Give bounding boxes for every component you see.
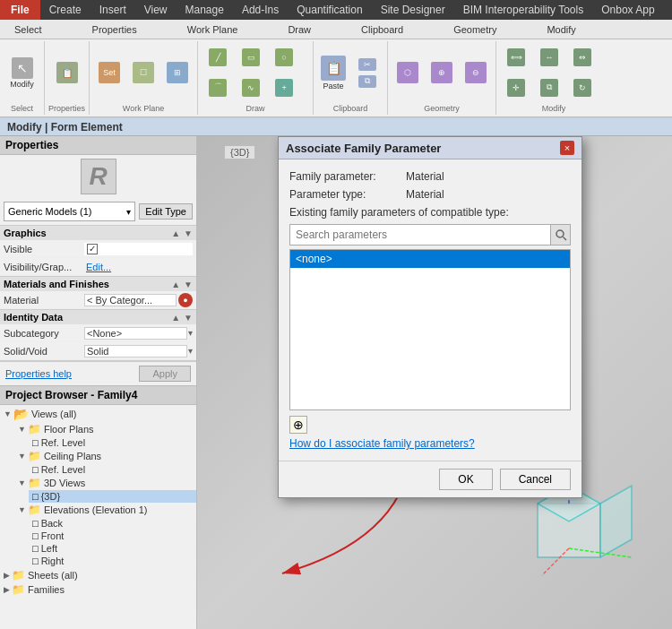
tree-floorplans-row[interactable]: ▼ 📁 Floor Plans (14, 422, 196, 436)
materials-section-header[interactable]: Materials and Finishes ▲ ▼ (0, 277, 196, 291)
show-workplane-btn[interactable]: ☐ (127, 60, 159, 85)
mod-move-btn[interactable]: ✛ (500, 77, 532, 99)
properties-icon: 📋 (56, 62, 78, 83)
folder-open-icon: 📂 (13, 407, 29, 421)
id-expand-icon: ▼ (184, 313, 193, 323)
mod-copy-icon: ⧉ (540, 79, 558, 97)
ribbon-tab-modify[interactable]: Modify (539, 22, 582, 37)
file-menu[interactable]: File (0, 0, 40, 20)
views-children: ▼ 📁 Floor Plans □ Ref. Level ▼ 📁 (0, 422, 196, 567)
elev-right-row[interactable]: □ Right (29, 555, 196, 567)
properties-ribbon-btn[interactable]: 📋 (51, 60, 83, 85)
elev-left-row[interactable]: □ Left (29, 542, 196, 555)
paste-btn[interactable]: 📋 Paste (317, 54, 349, 92)
mod-copy-btn[interactable]: ⧉ (533, 77, 565, 99)
cp-reflevel-row[interactable]: □ Ref. Level (29, 463, 196, 476)
select-btn[interactable]: ↖ Modify (6, 56, 39, 90)
search-button[interactable] (550, 225, 570, 245)
apply-button[interactable]: Apply (139, 366, 191, 382)
menu-onbox[interactable]: Onbox App (592, 0, 663, 20)
help-link[interactable]: How do I associate family parameters? (289, 437, 475, 450)
dialog-close-button[interactable]: × (560, 141, 574, 155)
sheets-expand-icon: ▶ (4, 571, 10, 580)
geo-icon1: ⬡ (397, 62, 418, 83)
cancel-button[interactable]: Cancel (500, 469, 571, 490)
menu-bim[interactable]: BIM Interoperability Tools (454, 0, 593, 20)
draw-line-btn[interactable]: ╱ (202, 47, 234, 68)
ribbon-tab-workplane[interactable]: Work Plane (180, 22, 246, 37)
mod-mirror-btn[interactable]: ⇔ (566, 47, 599, 68)
copy-btn[interactable]: ⧉ (351, 73, 383, 90)
tree-3dviews-row[interactable]: ▼ 📁 3D Views (14, 476, 196, 490)
cut-icon: ✂ (358, 58, 376, 71)
solidvoid-value[interactable]: Solid (84, 345, 187, 358)
properties-footer: Properties help Apply (0, 361, 196, 385)
set-workplane-btn[interactable]: Set (93, 60, 125, 85)
menu-addins[interactable]: Add-Ins (233, 0, 288, 20)
type-dropdown[interactable]: Generic Models (1) ▾ (4, 202, 135, 221)
elev-back-row[interactable]: □ Back (29, 517, 196, 530)
ribbon-tab-properties[interactable]: Properties (85, 22, 144, 37)
viewer-btn[interactable]: ⊞ (161, 60, 194, 85)
material-value[interactable]: < By Categor... (84, 294, 177, 306)
visible-checkbox[interactable]: ✓ (84, 243, 193, 255)
material-associate-btn[interactable]: ● (178, 293, 193, 307)
tree-views-row[interactable]: ▼ 📂 Views (all) (0, 406, 196, 422)
param-type-row: Parameter type: Material (289, 188, 571, 201)
tree-elevations-row[interactable]: ▼ 📁 Elevations (Elevation 1) (14, 503, 196, 517)
3d-default-row[interactable]: □ {3D} (29, 490, 196, 503)
tree-sheets-row[interactable]: ▶ 📁 Sheets (all) (0, 568, 196, 582)
ribbon-tab-draw[interactable]: Draw (280, 22, 318, 37)
geo-btn1[interactable]: ⬡ (392, 60, 424, 85)
cut-btn[interactable]: ✂ (351, 56, 383, 73)
associate-icon: ● (183, 296, 187, 305)
menu-create[interactable]: Create (40, 0, 90, 20)
search-parameters-input[interactable] (290, 226, 550, 244)
draw-arc-btn[interactable]: ⌒ (202, 77, 234, 99)
new-param-icon: ⊕ (293, 418, 304, 432)
elev-front-row[interactable]: □ Front (29, 530, 196, 542)
associate-family-dialog: Associate Family Parameter × Family para… (278, 136, 582, 498)
properties-help-link[interactable]: Properties help (5, 368, 72, 379)
visibility-edit-link[interactable]: Edit... (84, 262, 193, 272)
menu-site-designer[interactable]: Site Designer (372, 0, 454, 20)
new-param-button[interactable]: ⊕ (289, 416, 307, 434)
draw-arc-icon: ⌒ (209, 79, 227, 97)
ribbon-tab-clipboard[interactable]: Clipboard (354, 22, 410, 37)
cp-children: □ Ref. Level (14, 463, 196, 476)
draw-line-icon: ╱ (209, 48, 227, 66)
workplane-group-label: Work Plane (123, 104, 164, 113)
menu-manage[interactable]: Manage (177, 0, 233, 20)
menu-view[interactable]: View (135, 0, 177, 20)
mod-rotate-btn[interactable]: ↻ (566, 77, 599, 99)
tree-ceilingplans-row[interactable]: ▼ 📁 Ceiling Plans (14, 449, 196, 463)
geo-btn3[interactable]: ⊖ (460, 60, 492, 85)
graphics-section-header[interactable]: Graphics ▲ ▼ (0, 226, 196, 240)
ok-button[interactable]: OK (439, 469, 492, 490)
draw-circ-btn[interactable]: ○ (268, 47, 300, 68)
edit-type-button[interactable]: Edit Type (139, 203, 193, 220)
fp-folder-icon: 📁 (28, 423, 41, 435)
fp-reflevel-row[interactable]: □ Ref. Level (29, 436, 196, 449)
menu-insert[interactable]: Insert (90, 0, 135, 20)
ribbon-tab-geometry[interactable]: Geometry (446, 22, 504, 37)
mod-offset-btn[interactable]: ↔ (533, 47, 565, 68)
identity-section-header[interactable]: Identity Data ▲ ▼ (0, 310, 196, 324)
menu-quantification[interactable]: Quantification (288, 0, 371, 20)
elev-folder-icon: 📁 (28, 504, 41, 516)
ribbon-tabs: Select Properties Work Plane Draw Clipbo… (0, 20, 672, 39)
geo-btn2[interactable]: ⊕ (426, 60, 458, 85)
mod-align-btn[interactable]: ⟺ (500, 47, 532, 68)
draw-pt-btn[interactable]: + (268, 77, 300, 99)
draw-spline-btn[interactable]: ∿ (235, 77, 267, 99)
canvas-area: {3D} (197, 136, 672, 629)
subcategory-value[interactable]: <None> (84, 327, 187, 340)
search-row (289, 224, 571, 246)
tree-families-row[interactable]: ▶ 📁 Families (0, 582, 196, 597)
dropdown-arrow-icon: ▾ (126, 207, 131, 217)
graphics-section: Graphics ▲ ▼ Visible ✓ Visibility/Grap..… (0, 226, 196, 277)
draw-rect-btn[interactable]: ▭ (235, 47, 267, 68)
param-item-none[interactable]: <none> (290, 250, 570, 268)
3d-folder-icon: 📁 (28, 477, 41, 489)
ribbon-tab-select[interactable]: Select (7, 22, 49, 37)
